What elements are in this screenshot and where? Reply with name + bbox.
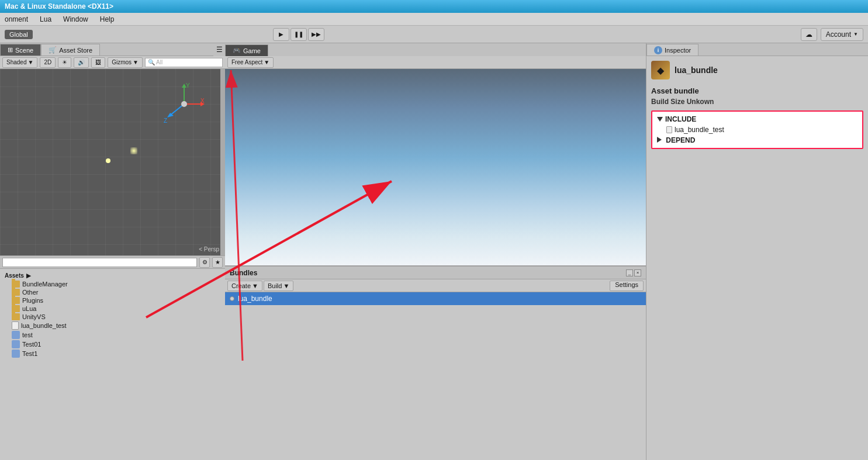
svg-text:X: X (200, 98, 205, 104)
asset-label-unityvs: UnityVS (22, 313, 46, 320)
search-icon: 🔍 (148, 59, 155, 65)
menu-onment[interactable]: onment (2, 14, 30, 25)
account-button[interactable]: Account ▼ (821, 28, 863, 41)
bundles-toolbar: Create ▼ Build ▼ Settings (225, 279, 646, 292)
game-tab-label: Game (243, 47, 261, 54)
scene-panel-menu[interactable]: ☰ (213, 43, 225, 56)
inspector-content: ◆ lua_bundle Asset bundle Build Size Unk… (646, 56, 868, 460)
asset-item-other[interactable]: Other (2, 288, 223, 296)
asset-label-test: test (22, 331, 33, 338)
effects-button[interactable]: 🖼 (91, 57, 105, 68)
aspect-dropdown[interactable]: Free Aspect ▼ (227, 57, 274, 68)
inspector-section-title: Asset bundle (651, 87, 863, 95)
bundles-window-controls: _ × (626, 269, 641, 276)
depend-row: DEPEND (657, 136, 857, 144)
folder-icon (12, 313, 20, 320)
build-chevron-icon: ▼ (283, 282, 289, 289)
menu-lua[interactable]: Lua (37, 14, 54, 25)
create-chevron-icon: ▼ (252, 282, 258, 289)
include-label: INCLUDE (665, 115, 696, 123)
inspector-tab-label: Inspector (665, 47, 691, 54)
inspector-header: ◆ lua_bundle (651, 61, 863, 79)
search-placeholder: All (156, 59, 162, 65)
asset-item-plugins[interactable]: Plugins (2, 296, 223, 305)
bundles-list: lua_bundle (225, 292, 646, 460)
audio-button[interactable]: 🔊 (74, 57, 89, 68)
step-button[interactable]: ▶▶ (308, 28, 324, 41)
light-indicator (106, 158, 110, 163)
inspector-build-size: Build Size Unkown (651, 98, 863, 106)
main-toolbar: Global ▶ ❚❚ ▶▶ ☁ Account ▼ (0, 26, 868, 43)
search-bookmark-button[interactable]: ★ (212, 257, 223, 268)
asset-item-ulua[interactable]: uLua (2, 305, 223, 313)
lighting-button[interactable]: ☀ (58, 57, 71, 68)
include-file-icon (666, 126, 672, 133)
asset-item-test01[interactable]: Test01 (2, 340, 223, 349)
gizmos-dropdown[interactable]: Gizmos ▼ (108, 57, 143, 68)
toolbar-right: ☁ Account ▼ (801, 28, 863, 41)
title-text: Mac & Linux Standalone <DX11> (5, 2, 113, 11)
create-button[interactable]: Create ▼ (227, 281, 262, 291)
pause-button[interactable]: ❚❚ (291, 28, 307, 41)
game-view: 🎮 Game Free Aspect ▼ (225, 43, 646, 265)
scene-gizmo: Y X Z (161, 81, 208, 127)
game-tabs: 🎮 Game (225, 43, 646, 56)
tab-scene[interactable]: ⊞ Scene (0, 44, 41, 56)
inspector-include-box: INCLUDE lua_bundle_test DEPEND (651, 110, 863, 149)
bottom-search-bar: ⚙ ★ (0, 256, 225, 269)
asset-label-test1: Test1 (22, 350, 37, 357)
tab-asset-store[interactable]: 🛒 Asset Store (41, 44, 100, 56)
depend-label: DEPEND (666, 136, 695, 144)
asset-item-test1[interactable]: Test1 (2, 349, 223, 358)
bundles-minimize-button[interactable]: _ (626, 269, 633, 276)
svg-text:Y: Y (186, 82, 190, 89)
menu-help[interactable]: Help (98, 14, 117, 25)
assets-search-input[interactable] (2, 258, 197, 267)
bundle-item-lua-bundle[interactable]: lua_bundle (225, 292, 646, 305)
asset-store-tab-icon: 🛒 (49, 46, 57, 54)
search-options-button[interactable]: ⚙ (199, 257, 210, 268)
scene-search[interactable]: 🔍 All (145, 58, 223, 67)
title-bar: Mac & Linux Standalone <DX11> (0, 0, 868, 13)
assets-panel: Assets ▶ BundleManager Other Plugins (0, 269, 225, 460)
svg-text:Z: Z (164, 117, 167, 124)
bundles-title-bar: Bundles _ × (225, 267, 646, 279)
menu-window[interactable]: Window (61, 14, 91, 25)
2d-label: 2D (44, 59, 51, 65)
bundles-close-button[interactable]: × (634, 269, 641, 276)
game-toolbar: Free Aspect ▼ (225, 56, 646, 69)
scene-area: ⊞ Scene 🛒 Asset Store ☰ Shaded ▼ 2D ☀ (0, 43, 225, 255)
settings-button[interactable]: Settings (610, 281, 644, 291)
build-button[interactable]: Build ▼ (264, 281, 293, 291)
cs-icon (12, 331, 20, 339)
shading-chevron-icon: ▼ (27, 59, 33, 65)
2d-button[interactable]: 2D (40, 57, 56, 68)
play-button[interactable]: ▶ (273, 28, 289, 41)
asset-item-unityvs[interactable]: UnityVS (2, 313, 223, 321)
include-row: INCLUDE (657, 115, 857, 123)
tab-game[interactable]: 🎮 Game (225, 44, 268, 56)
play-controls: ▶ ❚❚ ▶▶ (273, 28, 324, 41)
depend-icon (657, 137, 662, 143)
shading-dropdown[interactable]: Shaded ▼ (2, 57, 37, 68)
cloud-button[interactable]: ☁ (801, 28, 817, 41)
inspector-icon: i (654, 46, 662, 54)
tab-inspector[interactable]: i Inspector (646, 44, 698, 56)
scene-scrollbar[interactable] (220, 69, 225, 255)
asset-item-bundle-manager[interactable]: BundleManager (2, 280, 223, 288)
scene-tabs: ⊞ Scene 🛒 Asset Store ☰ (0, 43, 225, 56)
global-label: Global (9, 31, 28, 38)
bundle-dot-icon (230, 296, 234, 301)
aspect-chevron-icon: ▼ (264, 59, 269, 65)
shading-label: Shaded (6, 59, 26, 65)
cs-icon (12, 340, 20, 348)
game-viewport (225, 69, 646, 265)
expand-icon (657, 117, 663, 122)
include-item-label: lua_bundle_test (675, 126, 724, 134)
global-badge[interactable]: Global (5, 30, 33, 39)
asset-item-test[interactable]: test (2, 330, 223, 340)
bundles-title: Bundles (230, 269, 257, 277)
scene-viewport: Y X Z < Persp (0, 69, 225, 255)
asset-item-lua-bundle-test[interactable]: lua_bundle_test (2, 321, 223, 330)
assets-header: Assets ▶ (2, 271, 223, 280)
